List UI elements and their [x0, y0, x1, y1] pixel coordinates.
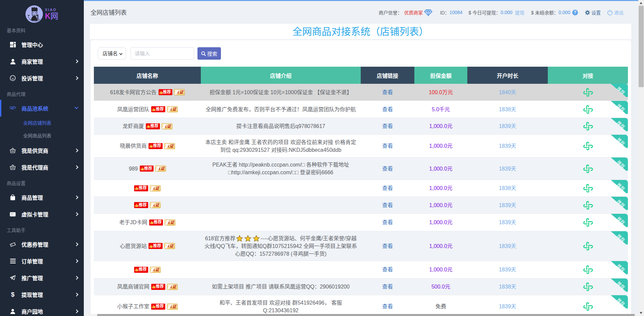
svg-text:DISC: DISC	[11, 213, 14, 214]
